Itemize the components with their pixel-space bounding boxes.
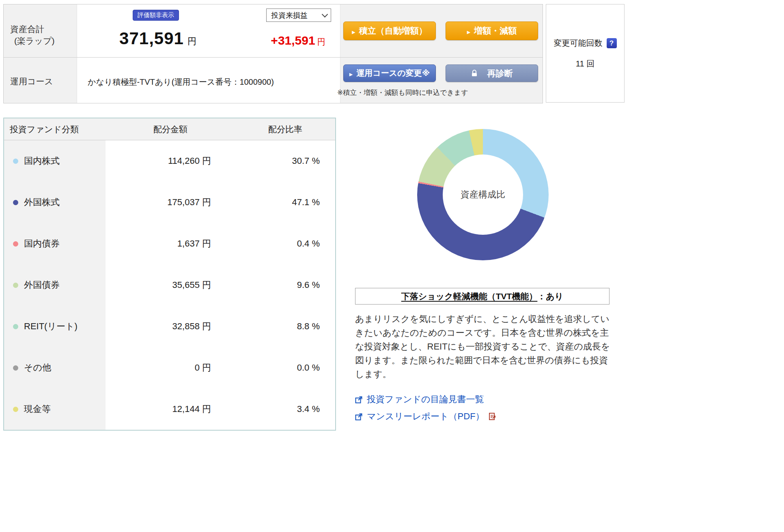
arrow-right-icon (352, 26, 355, 36)
profit-amount-value: +31,591 (271, 34, 315, 47)
monthly-report-link[interactable]: マンスリーレポート（PDF） (355, 410, 496, 423)
tvt-feature-box: 下落ショック軽減機能（TVT機能）：あり (355, 288, 610, 305)
table-row: その他0 円0.0 % (4, 347, 335, 388)
course-value: かなり積極型-TVTあり(運用コース番号：1000900) (88, 77, 274, 88)
tsumitate-button-label: 積立（自動増額） (359, 25, 427, 36)
apply-note: ※積立・増額・減額も同時に申込できます (337, 88, 468, 97)
fund-amount: 1,637 円 (106, 223, 235, 264)
fund-category-cell: その他 (4, 347, 106, 388)
tsumitate-button[interactable]: 積立（自動増額） (343, 21, 436, 40)
panel-divider (4, 57, 543, 58)
arrow-right-icon (467, 26, 470, 36)
asset-composition-chart: 資産構成比 (417, 129, 549, 260)
category-color-dot (13, 200, 18, 205)
fund-ratio: 0.4 % (235, 223, 335, 264)
rakuwrap-asset-screen: 資産合計 (楽ラップ) 評価額非表示 371,591円 投資来損益 +31,59… (0, 0, 784, 532)
fund-category-label: 国内債券 (24, 238, 60, 250)
fund-ratio: 47.1 % (235, 182, 335, 223)
fund-ratio: 0.0 % (235, 347, 335, 388)
category-color-dot (13, 407, 18, 412)
table-row: 現金等12,144 円3.4 % (4, 388, 335, 430)
course-description: あまりリスクを気にしすぎずに、とことん収益性を追求していきたいあなたのためのコー… (355, 312, 614, 381)
profit-amount: +31,591円 (258, 34, 338, 47)
change-count-box: 変更可能回数 11 回 (546, 4, 625, 103)
fund-ratio: 30.7 % (235, 140, 335, 182)
zougen-button-label: 増額・減額 (474, 25, 517, 36)
chevron-down-icon (322, 11, 328, 17)
category-color-dot (13, 324, 18, 329)
profit-amount-unit: 円 (317, 37, 325, 46)
tvt-feature-title: 下落ショック軽減機能（TVT機能） (401, 291, 538, 302)
fund-amount: 114,260 円 (106, 140, 235, 182)
fund-category-cell: 現金等 (4, 388, 106, 430)
fund-category-cell: 外国株式 (4, 182, 106, 223)
summary-panel: 資産合計 (楽ラップ) 評価額非表示 371,591円 投資来損益 +31,59… (3, 4, 543, 103)
header-fund-category: 投資ファンド分類 (4, 124, 106, 135)
fund-allocation-table: 投資ファンド分類 配分金額 配分比率 国内株式114,260 円30.7 %外国… (3, 118, 336, 431)
document-links: 投資ファンドの目論見書一覧 マンスリーレポート（PDF） (355, 393, 496, 423)
table-row: 外国債券35,655 円9.6 % (4, 264, 335, 306)
asset-amount-value: 371,591 (119, 29, 184, 48)
fund-table-body: 国内株式114,260 円30.7 %外国株式175,037 円47.1 %国内… (4, 140, 335, 430)
fund-amount: 12,144 円 (106, 388, 235, 430)
table-row: REIT(リート)32,858 円8.8 % (4, 306, 335, 347)
zougen-gengaku-button[interactable]: 増額・減額 (446, 21, 538, 40)
fund-category-cell: 国内債券 (4, 223, 106, 264)
fund-amount: 35,655 円 (106, 264, 235, 306)
asset-total-label: 資産合計 (楽ラップ) (10, 23, 54, 47)
lock-icon (471, 70, 478, 77)
fund-ratio: 3.4 % (235, 388, 335, 430)
fund-category-label: 外国株式 (24, 196, 60, 208)
donut-center-label: 資産構成比 (443, 154, 523, 235)
tvt-feature-value: ：あり (537, 291, 563, 302)
table-row: 国内債券1,637 円0.4 % (4, 223, 335, 264)
category-color-dot (13, 283, 18, 288)
table-row: 外国株式175,037 円47.1 % (4, 182, 335, 223)
rediagnosis-button[interactable]: 再診断 (446, 64, 538, 82)
arrow-right-icon (349, 69, 353, 78)
fund-category-label: 現金等 (24, 403, 51, 415)
fund-ratio: 8.8 % (235, 306, 335, 347)
fund-table-header: 投資ファンド分類 配分金額 配分比率 (4, 118, 335, 140)
header-allocation-amount: 配分金額 (106, 124, 235, 135)
profit-period-selected: 投資来損益 (271, 11, 308, 20)
header-allocation-ratio: 配分比率 (235, 124, 335, 135)
asset-amount-unit: 円 (187, 36, 196, 46)
profit-period-select[interactable]: 投資来損益 (266, 9, 331, 22)
change-count-label: 変更可能回数 (554, 38, 603, 49)
rediagnosis-button-label: 再診断 (487, 68, 513, 79)
help-icon[interactable] (607, 38, 617, 48)
fund-category-cell: 国内株式 (4, 140, 106, 182)
hide-valuation-badge[interactable]: 評価額非表示 (133, 10, 179, 21)
table-row: 国内株式114,260 円30.7 % (4, 140, 335, 182)
course-change-button-label: 運用コースの変更※ (356, 68, 430, 79)
category-color-dot (13, 241, 18, 247)
asset-total-amount: 371,591円 (99, 29, 217, 48)
category-color-dot (13, 365, 18, 371)
fund-category-cell: 外国債券 (4, 264, 106, 306)
fund-category-cell: REIT(リート) (4, 306, 106, 347)
fund-category-label: 国内株式 (24, 155, 60, 167)
external-link-icon (355, 413, 363, 420)
prospectus-link[interactable]: 投資ファンドの目論見書一覧 (355, 393, 496, 405)
fund-category-label: その他 (24, 362, 51, 374)
category-color-dot (13, 159, 18, 164)
pdf-icon (489, 412, 496, 420)
fund-ratio: 9.6 % (235, 264, 335, 306)
fund-category-label: REIT(リート) (24, 320, 78, 332)
course-label: 運用コース (10, 76, 53, 87)
course-change-button[interactable]: 運用コースの変更※ (343, 64, 436, 82)
monthly-report-link-label: マンスリーレポート（PDF） (367, 410, 485, 423)
external-link-icon (355, 396, 363, 403)
fund-amount: 32,858 円 (106, 306, 235, 347)
asset-total-label-main: 資産合計 (10, 23, 54, 35)
fund-amount: 0 円 (106, 347, 235, 388)
fund-amount: 175,037 円 (106, 182, 235, 223)
change-count-value: 11 回 (546, 58, 624, 69)
asset-total-label-sub: (楽ラップ) (10, 35, 54, 47)
prospectus-link-label: 投資ファンドの目論見書一覧 (367, 393, 484, 405)
fund-category-label: 外国債券 (24, 279, 60, 291)
